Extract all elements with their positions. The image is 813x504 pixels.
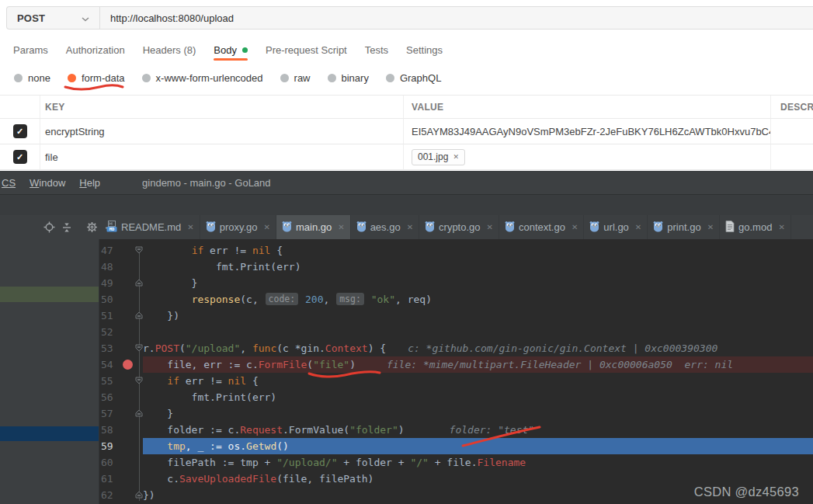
url-input[interactable]: http://localhost:8080/upload [100,7,813,29]
code-line-51[interactable]: 51 }) [99,308,813,324]
gutter-line-54[interactable]: 54 [99,356,143,373]
request-tab-params[interactable]: Params [13,39,48,61]
file-chip[interactable]: 001.jpg✕ [412,149,465,165]
code-line-49[interactable]: 49 } [99,275,813,291]
gutter-line-60[interactable]: 60 [99,454,143,471]
project-panel[interactable] [0,239,99,504]
body-mode-form-data[interactable]: form-data [68,72,125,84]
gutter-line-52[interactable]: 52 [99,324,143,340]
project-tree-row-highlighted[interactable] [0,287,99,302]
code-editor[interactable]: 47 if err != nil {48 fmt.Print(err)49 }5… [99,239,813,504]
description-cell[interactable] [771,144,813,169]
gutter-line-50[interactable]: 50 [99,291,143,308]
code-line-48[interactable]: 48 fmt.Print(err) [99,259,813,275]
code-text[interactable]: } [143,405,813,422]
request-tab-pre-request-script[interactable]: Pre-request Script [266,39,347,61]
locate-icon[interactable] [43,221,55,233]
gutter-line-48[interactable]: 48 [99,259,143,275]
close-tab-icon[interactable]: ✕ [487,223,493,231]
body-mode-raw[interactable]: raw [280,72,311,84]
editor-tab-url-go[interactable]: url.go✕ [584,215,648,239]
collapse-icon[interactable] [61,222,72,233]
body-mode-binary[interactable]: binary [328,72,369,84]
fold-marker-icon[interactable] [135,491,143,499]
code-line-57[interactable]: 57 } [99,405,813,422]
body-mode-GraphQL[interactable]: GraphQL [386,72,441,84]
gutter-line-59[interactable]: 59 [99,438,143,454]
close-tab-icon[interactable]: ✕ [338,223,344,231]
gutter-line-56[interactable]: 56 [99,389,143,405]
editor-tab-context-go[interactable]: context.go✕ [499,215,584,239]
value-cell[interactable]: 001.jpg✕ [404,144,771,169]
body-mode-x-www-form-urlencoded[interactable]: x-www-form-urlencoded [142,72,263,84]
code-text[interactable]: folder := c.Request.FormValue("folder")f… [143,422,813,438]
code-line-60[interactable]: 60 filePath := tmp + "/upload/" + folder… [99,454,813,471]
fold-marker-icon[interactable] [135,409,143,417]
fold-marker-icon[interactable] [135,344,143,352]
menu-item-window[interactable]: Window [30,177,65,189]
editor-tab-aes-go[interactable]: aes.go✕ [351,215,419,239]
gutter-line-49[interactable]: 49 [99,275,143,291]
close-tab-icon[interactable]: ✕ [572,223,578,231]
method-selector[interactable]: POST [7,7,100,29]
close-tab-icon[interactable]: ✕ [264,223,270,231]
gear-icon[interactable] [86,221,98,233]
request-tab-body[interactable]: Body [214,39,248,61]
editor-tab-proxy-go[interactable]: proxy.go✕ [200,215,276,239]
code-line-59[interactable]: 59 tmp, _ := os.Getwd() [99,438,813,454]
request-tab-tests[interactable]: Tests [365,39,388,61]
fold-marker-icon[interactable] [135,377,143,384]
code-line-58[interactable]: 58 folder := c.Request.FormValue("folder… [99,422,813,438]
body-mode-none[interactable]: none [14,72,50,84]
gutter-line-47[interactable]: 47 [99,242,143,259]
code-line-52[interactable]: 52 [99,324,813,340]
gutter-line-58[interactable]: 58 [99,422,143,438]
code-text[interactable]: if err != nil { [143,242,813,259]
code-line-55[interactable]: 55 if err != nil { [99,373,813,389]
value-cell[interactable]: EI5AYM83J49AAGAyN9oVSmPM3ebFZr-2JeFuBKY7… [404,119,771,144]
code-line-56[interactable]: 56 fmt.Print(err) [99,389,813,405]
code-text[interactable]: if err != nil { [143,373,813,389]
code-text[interactable]: r.POST("/upload", func(c *gin.Context) {… [143,340,813,356]
close-tab-icon[interactable]: ✕ [635,223,641,231]
fold-marker-icon[interactable] [135,311,143,319]
close-tab-icon[interactable]: ✕ [778,223,784,231]
editor-tab-print-go[interactable]: print.go✕ [648,215,720,239]
code-line-47[interactable]: 47 if err != nil { [99,242,813,259]
request-tab-headers-8-[interactable]: Headers (8) [143,39,196,61]
gutter-line-53[interactable]: 53 [99,340,143,356]
code-text[interactable]: fmt.Print(err) [143,389,813,405]
remove-file-icon[interactable]: ✕ [453,153,459,161]
close-tab-icon[interactable]: ✕ [187,223,193,231]
breakpoint-icon[interactable] [123,360,133,370]
key-cell[interactable]: file [40,144,404,169]
gutter-line-61[interactable]: 61 [99,471,143,487]
gutter-line-57[interactable]: 57 [99,405,143,422]
editor-tab-readme-md[interactable]: MDREADME.md✕ [101,215,200,239]
code-text[interactable]: } [143,275,813,291]
request-tab-authorization[interactable]: Authorization [66,39,125,61]
close-tab-icon[interactable]: ✕ [407,223,413,231]
gutter-line-62[interactable]: 62 [99,487,143,503]
key-cell[interactable]: encryptString [40,119,404,144]
menu-item-cs[interactable]: CS [2,177,16,189]
gutter-line-51[interactable]: 51 [99,308,143,324]
fold-marker-icon[interactable] [135,246,143,254]
editor-tab-crypto-go[interactable]: crypto.go✕ [419,215,499,239]
code-text[interactable] [143,324,813,340]
description-cell[interactable] [771,119,813,144]
row-checkbox[interactable]: ✓ [13,124,27,138]
project-tree-row-selected[interactable] [0,426,99,441]
menu-item-help[interactable]: Help [79,177,100,189]
close-tab-icon[interactable]: ✕ [707,223,714,231]
code-text[interactable]: }) [143,308,813,324]
code-line-53[interactable]: 53r.POST("/upload", func(c *gin.Context)… [99,340,813,356]
code-line-54[interactable]: 54 file, err := c.FormFile("file")file: … [99,356,813,373]
row-checkbox[interactable]: ✓ [13,150,27,164]
code-text[interactable]: fmt.Print(err) [143,259,813,275]
code-text[interactable]: filePath := tmp + "/upload/" + folder + … [143,454,813,471]
editor-tab-go-mod[interactable]: go.mod✕ [720,215,791,239]
code-text[interactable]: file, err := c.FormFile("file")file: *mi… [143,356,813,373]
code-line-50[interactable]: 50 response(c, code: 200, msg: "ok", req… [99,291,813,308]
request-tab-settings[interactable]: Settings [406,39,443,61]
